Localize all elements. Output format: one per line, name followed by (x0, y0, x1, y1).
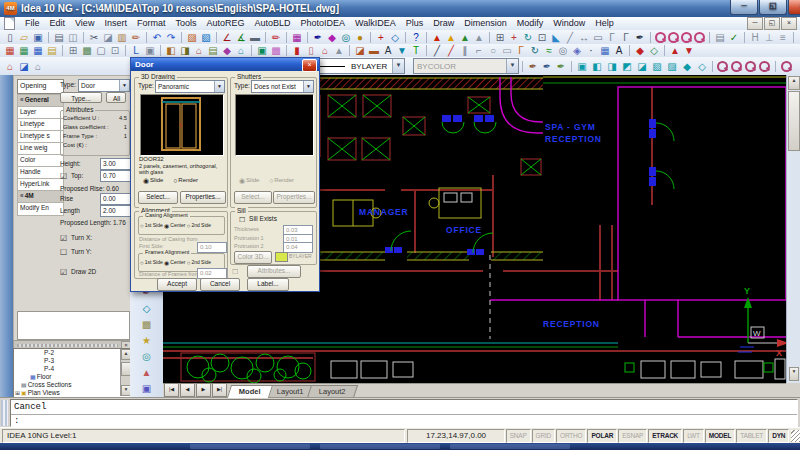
tree-item-p-3[interactable]: P-3 (14, 357, 131, 365)
pyramid-gray-icon[interactable]: ▲ (472, 31, 486, 44)
ink-pen-icon[interactable]: ✒ (633, 31, 647, 44)
toggle-etrack[interactable]: ETRACK (648, 429, 682, 443)
window-tool-icon[interactable]: ◨ (178, 44, 192, 57)
length-field[interactable]: 2.00 (100, 205, 132, 217)
toggle-model[interactable]: MODEL (705, 429, 735, 443)
slide-radio[interactable]: ◉ (143, 177, 149, 184)
wall-red-icon[interactable]: ▮ (290, 44, 304, 57)
turn-y-checkbox[interactable]: ☐ (60, 248, 67, 257)
tree-item-p-4[interactable]: P-4 (14, 365, 131, 373)
corner-l-icon[interactable]: Γ (605, 31, 619, 44)
top-field[interactable]: 0.70 (100, 170, 132, 182)
draw-parallel-icon[interactable]: ∥ (458, 44, 472, 57)
wall-grid-green-icon[interactable]: ▦ (17, 44, 31, 57)
draw-2d-checkbox[interactable]: ☑ (60, 268, 67, 277)
frames-center-radio[interactable]: ◉ (164, 260, 169, 266)
rectangle-icon[interactable]: ▭ (591, 31, 605, 44)
rise-field[interactable]: 0.00 (100, 193, 132, 205)
palette-header[interactable]: Opening (17, 79, 64, 94)
frames-1st-radio[interactable]: ○ (140, 260, 144, 266)
toggle-snap[interactable]: SNAP (506, 429, 531, 443)
draw-line-red-icon[interactable]: ╱ (444, 44, 458, 57)
draw-point-icon[interactable]: · (584, 44, 598, 57)
frames-2nd-radio[interactable]: ○ (187, 260, 191, 266)
vertical-scrollbar[interactable]: ▲ ▼ (786, 75, 800, 383)
linetype-combo[interactable]: BYLAYER▼ (307, 58, 405, 74)
table-icon[interactable]: ⊞ (493, 31, 507, 44)
menu-format[interactable]: Format (132, 17, 171, 30)
view-bottom-icon[interactable]: ◧ (590, 60, 604, 73)
zoom-extents2-icon[interactable] (780, 60, 793, 73)
mesh-icon[interactable]: ▩ (80, 44, 94, 57)
palette-item-modify-en[interactable]: Modify En (17, 202, 64, 216)
cancel-button[interactable]: Cancel (200, 278, 240, 291)
vt-star-icon[interactable]: ★ (139, 334, 154, 347)
wedge-icon[interactable]: ◇ (388, 31, 402, 44)
height-field[interactable]: 3.00 (100, 158, 132, 170)
redo-icon[interactable]: ↷ (164, 31, 178, 44)
view-top-icon[interactable]: ▣ (575, 60, 589, 73)
tree-item-plan-views[interactable]: ⊞▣Plan Views (14, 389, 131, 397)
poly-red-icon[interactable]: ◆ (633, 44, 647, 57)
region-icon[interactable]: ● (353, 31, 367, 44)
properties-button[interactable]: Properties... (180, 191, 226, 204)
column-tool-icon[interactable]: ◆ (220, 44, 234, 57)
point-icon[interactable]: ◆ (325, 31, 339, 44)
toggle-polar[interactable]: POLAR (587, 429, 617, 443)
slab-icon[interactable]: ▤ (45, 44, 59, 57)
rotate-view-icon[interactable]: ↻ (521, 31, 535, 44)
menu-file[interactable]: File (20, 17, 45, 30)
draw-rect-icon[interactable]: ▭ (500, 44, 514, 57)
text-a-icon[interactable]: A (381, 44, 395, 57)
check-icon[interactable]: ✓ (727, 31, 741, 44)
close-icon[interactable]: × (302, 59, 317, 72)
draw-circle-icon[interactable]: ○ (486, 44, 500, 57)
view-se-iso-icon[interactable]: ◆ (680, 60, 694, 73)
command-input[interactable]: : (11, 415, 797, 427)
casing-center-radio[interactable]: ◉ (164, 223, 169, 229)
view-sw-iso-icon[interactable]: ▨ (665, 60, 679, 73)
print-icon[interactable]: ▤ (52, 31, 66, 44)
tab-nav-1[interactable]: ◀ (180, 383, 195, 397)
top-checkbox[interactable]: ☑ (60, 172, 67, 181)
beam-h-icon[interactable]: H (748, 31, 762, 44)
paste-icon[interactable]: ▥ (115, 31, 129, 44)
tree-item-p-2[interactable]: P-2 (14, 349, 131, 357)
toggle-lwt[interactable]: LWT (683, 429, 704, 443)
draw-diamond-icon[interactable]: ◈ (570, 44, 584, 57)
status-coordinates[interactable]: 17.23,14.97,0.00 (407, 429, 504, 443)
print-preview-icon[interactable]: ◫ (66, 31, 80, 44)
undo-icon[interactable]: ↶ (150, 31, 164, 44)
roof-gray-icon[interactable]: ▲ (332, 44, 346, 57)
draw-angle-icon[interactable]: Γ (514, 44, 528, 57)
dialog-title-bar[interactable]: Door (131, 58, 319, 71)
publish-icon[interactable]: ▧ (199, 31, 213, 44)
zoom-in-icon[interactable] (716, 60, 729, 73)
tree-item-floor[interactable]: ▦Floor (14, 373, 131, 381)
copy-icon[interactable]: ◪ (101, 31, 115, 44)
view-ne-iso-icon[interactable]: ◇ (695, 60, 709, 73)
polyline-icon[interactable]: ∡ (234, 31, 248, 44)
casing-2nd-radio[interactable]: ○ (187, 223, 191, 229)
furniture-icon[interactable]: ▼ (395, 44, 409, 57)
panel-icon[interactable]: ▣ (143, 44, 157, 57)
door-tool-icon[interactable]: ◧ (164, 44, 178, 57)
vt-diamond-icon[interactable]: ◇ (139, 302, 154, 315)
donut-icon[interactable]: ◎ (339, 31, 353, 44)
triangle-ruler-icon[interactable]: ◣ (549, 31, 563, 44)
mdi-close-button[interactable]: × (781, 17, 797, 30)
turn-x-checkbox[interactable]: ☑ (60, 234, 67, 243)
menu-window[interactable]: Window (548, 17, 590, 30)
shade-view-icon[interactable]: ◪ (17, 60, 31, 73)
menu-insert[interactable]: Insert (99, 17, 132, 30)
plan-house-icon[interactable]: ⌂ (31, 60, 45, 73)
expand-icon[interactable]: ⊞ (15, 390, 20, 396)
roof-tool-icon[interactable]: ⌂ (192, 44, 206, 57)
restore-button[interactable]: ◱ (759, 0, 787, 15)
zoom-extents-icon[interactable] (693, 31, 706, 44)
format-painter-icon[interactable]: ✏ (129, 31, 143, 44)
eraser-icon[interactable]: ◪ (353, 44, 367, 57)
zoom-out-icon[interactable] (730, 60, 743, 73)
sketch-icon[interactable]: ✏ (269, 31, 283, 44)
multiline-icon[interactable]: ▬ (248, 31, 262, 44)
